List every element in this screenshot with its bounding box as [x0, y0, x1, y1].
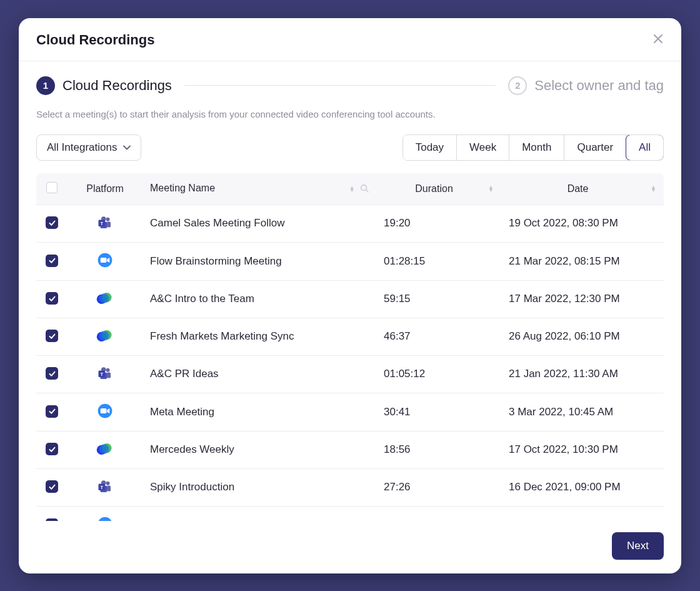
date-cell: 24 Nov 2021, 09:30 PM [501, 506, 664, 521]
row-checkbox[interactable] [46, 367, 58, 380]
platform-cell [68, 506, 142, 521]
date-cell: 21 Jan 2022, 11:30 AM [501, 355, 664, 393]
row-checkbox-cell [36, 393, 68, 431]
table-row[interactable]: Flow Brainstorming Meeting01:28:1521 Mar… [36, 242, 664, 280]
duration-cell: 46:37 [376, 318, 501, 355]
svg-rect-5 [107, 221, 111, 227]
header-meeting-name[interactable]: Meeting Name ▲▼ [142, 173, 376, 205]
row-checkbox[interactable] [46, 480, 58, 493]
table-row[interactable]: TSpiky Introduction27:2616 Dec 2021, 09:… [36, 468, 664, 506]
svg-point-12 [99, 293, 109, 303]
duration-cell: 01:05:12 [376, 355, 501, 393]
meeting-name-cell: Flow Brainstorming Meeting [142, 242, 376, 280]
search-icon[interactable] [360, 184, 369, 194]
platform-cell: T [68, 205, 142, 242]
row-checkbox[interactable] [46, 443, 58, 455]
svg-point-2 [106, 217, 110, 221]
time-filter-week[interactable]: Week [457, 135, 509, 160]
svg-line-1 [366, 189, 369, 192]
time-filter-quarter[interactable]: Quarter [564, 135, 626, 160]
meeting-name-cell: Spiky Introduction [142, 468, 376, 506]
date-cell: 17 Oct 2022, 10:30 PM [501, 431, 664, 468]
header-platform[interactable]: Platform [68, 173, 142, 205]
meeting-name-cell: Mercedes Weekly [142, 431, 376, 468]
duration-cell: 24:20 [376, 506, 501, 521]
select-all-checkbox[interactable] [46, 182, 58, 193]
time-filter-month[interactable]: Month [509, 135, 564, 160]
svg-rect-19 [107, 372, 111, 378]
svg-point-16 [106, 368, 110, 371]
step-1-label: Cloud Recordings [62, 78, 172, 94]
svg-point-27 [106, 481, 110, 485]
recordings-table: Platform Meeting Name ▲▼ [36, 173, 664, 521]
stepper: 1 Cloud Recordings 2 Select owner and ta… [36, 76, 664, 95]
date-cell: 19 Oct 2022, 08:30 PM [501, 205, 664, 242]
sort-icon[interactable]: ▲▼ [488, 186, 494, 191]
meeting-name-cell: Spiky Agreement [142, 506, 376, 521]
date-cell: 21 Mar 2022, 08:15 PM [501, 242, 664, 280]
date-cell: 3 Mar 2022, 10:45 AM [501, 393, 664, 431]
header-date[interactable]: Date ▲▼ [501, 173, 664, 205]
table-row[interactable]: TCamel Sales Meeting Follow19:2019 Oct 2… [36, 205, 664, 242]
zoom-icon [96, 515, 114, 521]
webex-icon [96, 440, 114, 458]
modal-title: Cloud Recordings [36, 32, 154, 48]
step-1-number: 1 [36, 76, 55, 95]
next-button[interactable]: Next [612, 532, 664, 560]
step-2-number: 2 [508, 76, 527, 95]
time-filter-today[interactable]: Today [403, 135, 457, 160]
cloud-recordings-modal: Cloud Recordings 1 Cloud Recordings 2 Se… [19, 18, 681, 573]
platform-cell [68, 431, 142, 468]
row-checkbox[interactable] [46, 255, 58, 267]
row-checkbox-cell [36, 205, 68, 242]
platform-cell [68, 393, 142, 431]
duration-cell: 27:26 [376, 468, 501, 506]
close-icon[interactable] [652, 33, 664, 46]
integrations-label: All Integrations [47, 141, 117, 154]
row-checkbox[interactable] [46, 330, 58, 342]
integrations-dropdown[interactable]: All Integrations [36, 134, 141, 161]
meeting-name-cell: Fresh Markets Marketing Sync [142, 318, 376, 355]
row-checkbox[interactable] [46, 292, 58, 305]
controls-row: All Integrations Today Week Month Quarte… [36, 134, 664, 161]
svg-rect-9 [101, 257, 107, 262]
svg-text:T: T [100, 371, 103, 376]
modal-footer: Next [19, 521, 681, 573]
sort-icon[interactable]: ▲▼ [651, 186, 656, 191]
step-divider [184, 85, 496, 86]
header-checkbox-cell [36, 173, 68, 205]
zoom-icon [96, 251, 114, 269]
modal-header: Cloud Recordings [19, 18, 681, 61]
zoom-icon [96, 402, 114, 420]
step-2-label: Select owner and tag [534, 78, 664, 94]
time-filter-all[interactable]: All [626, 134, 664, 161]
row-checkbox[interactable] [46, 216, 58, 229]
platform-cell [68, 242, 142, 280]
step-1: 1 Cloud Recordings [36, 76, 172, 95]
svg-point-15 [99, 331, 109, 340]
meeting-name-cell: A&C Intro to the Team [142, 280, 376, 318]
instruction-text: Select a meeting(s) to start their analy… [36, 109, 664, 119]
svg-text:T: T [100, 484, 103, 490]
row-checkbox[interactable] [46, 405, 58, 418]
table-row[interactable]: Fresh Markets Marketing Sync46:3726 Aug … [36, 318, 664, 355]
header-duration[interactable]: Duration ▲▼ [376, 173, 501, 205]
recordings-table-wrap: Platform Meeting Name ▲▼ [36, 173, 664, 521]
row-checkbox-cell [36, 242, 68, 280]
meeting-name-cell: A&C PR Ideas [142, 355, 376, 393]
table-row[interactable]: A&C Intro to the Team59:1517 Mar 2022, 1… [36, 280, 664, 318]
sort-icon[interactable]: ▲▼ [349, 186, 355, 192]
row-checkbox-cell [36, 318, 68, 355]
table-row[interactable]: TA&C PR Ideas01:05:1221 Jan 2022, 11:30 … [36, 355, 664, 393]
table-row[interactable]: Meta Meeting30:413 Mar 2022, 10:45 AM [36, 393, 664, 431]
svg-rect-30 [107, 485, 111, 491]
meeting-name-cell: Meta Meeting [142, 393, 376, 431]
date-cell: 16 Dec 2021, 09:00 PM [501, 468, 664, 506]
table-row[interactable]: Mercedes Weekly18:5617 Oct 2022, 10:30 P… [36, 431, 664, 468]
time-filter-group: Today Week Month Quarter All [402, 134, 664, 161]
table-row[interactable]: Spiky Agreement24:2024 Nov 2021, 09:30 P… [36, 506, 664, 521]
platform-cell: T [68, 355, 142, 393]
meeting-name-cell: Camel Sales Meeting Follow [142, 205, 376, 242]
platform-cell [68, 318, 142, 355]
date-cell: 17 Mar 2022, 12:30 PM [501, 280, 664, 318]
